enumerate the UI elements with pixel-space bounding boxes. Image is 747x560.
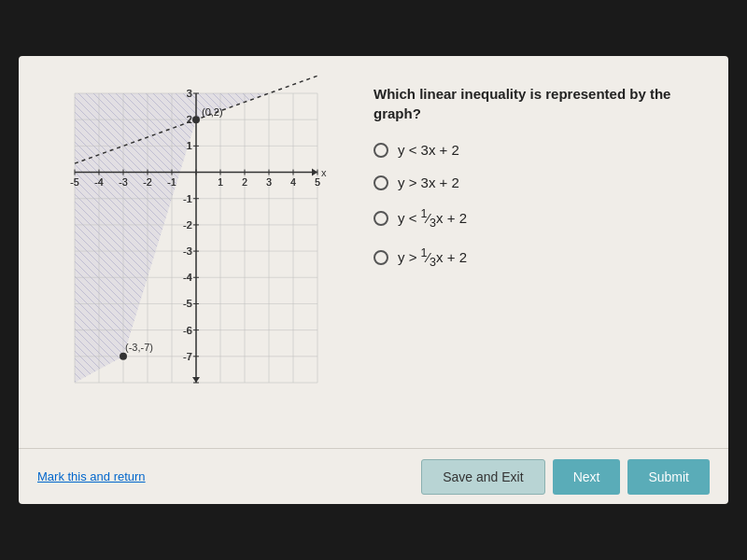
option-label-3: y < 1⁄3x + 2 <box>398 207 467 230</box>
save-exit-button[interactable]: Save and Exit <box>421 459 544 495</box>
options-list: y < 3x + 2 y > 3x + 2 y < 1⁄3x + 2 y > 1… <box>374 142 700 269</box>
option-label-1: y < 3x + 2 <box>398 142 459 158</box>
radio-option-2[interactable] <box>374 175 388 190</box>
content-area: Which linear inequality is represented b… <box>19 56 728 448</box>
graph-canvas <box>37 75 336 411</box>
mark-return-link[interactable]: Mark this and return <box>37 469 146 483</box>
footer-buttons: Save and Exit Next Submit <box>421 459 710 495</box>
option-label-2: y > 3x + 2 <box>398 175 459 190</box>
main-card: Which linear inequality is represented b… <box>19 56 728 504</box>
submit-button[interactable]: Submit <box>627 459 710 495</box>
list-item[interactable]: y < 3x + 2 <box>374 142 700 158</box>
option-label-4: y > 1⁄3x + 2 <box>398 246 467 269</box>
list-item[interactable]: y > 1⁄3x + 2 <box>374 246 700 269</box>
list-item[interactable]: y < 1⁄3x + 2 <box>374 207 700 230</box>
graph-area <box>37 75 355 439</box>
radio-option-3[interactable] <box>374 211 388 226</box>
question-text: Which linear inequality is represented b… <box>374 84 700 123</box>
question-area: Which linear inequality is represented b… <box>374 75 700 439</box>
radio-option-1[interactable] <box>374 143 388 158</box>
next-button[interactable]: Next <box>553 459 621 495</box>
list-item[interactable]: y > 3x + 2 <box>374 175 700 190</box>
radio-option-4[interactable] <box>374 250 388 265</box>
footer-area: Mark this and return Save and Exit Next … <box>19 448 728 504</box>
